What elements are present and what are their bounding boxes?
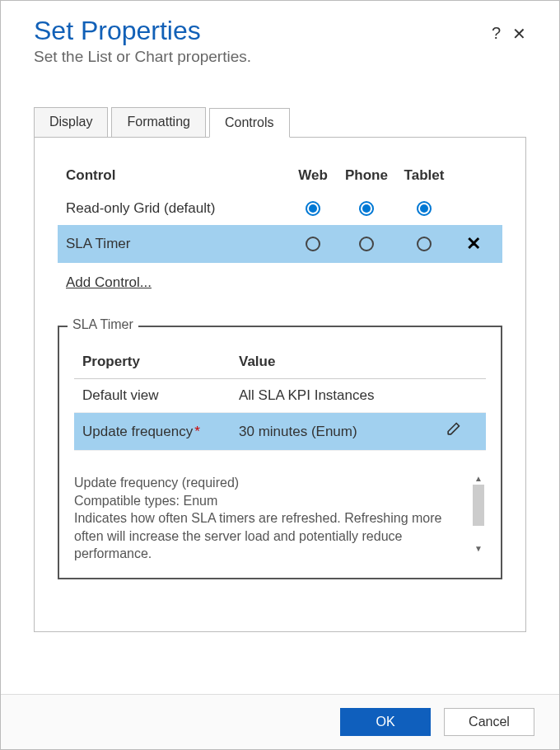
controls-table: Control Web Phone Tablet Read-only Grid … [58,161,502,263]
tab-formatting[interactable]: Formatting [111,107,205,137]
property-name: Default view [82,387,239,404]
control-name: Read-only Grid (default) [66,200,288,217]
control-row-readonly-grid[interactable]: Read-only Grid (default) [58,192,502,225]
help-scrollbar[interactable]: ▲ ▼ [471,474,486,563]
required-star-icon: * [194,424,200,439]
col-phone-header: Phone [338,167,395,184]
col-web-header: Web [288,167,338,184]
dialog-title: Set Properties [34,16,492,46]
scroll-up-icon[interactable]: ▲ [474,474,483,483]
property-value: All SLA KPI Instances [239,387,445,404]
radio-web-readonly[interactable] [306,201,320,216]
tab-controls[interactable]: Controls [209,108,290,138]
cancel-button[interactable]: Cancel [444,708,534,736]
fieldset-legend: SLA Timer [68,317,138,332]
scroll-down-icon[interactable]: ▼ [474,544,483,553]
tabs-row: Display Formatting Controls [34,107,526,138]
set-properties-dialog: Set Properties Set the List or Chart pro… [0,0,560,750]
header-icons: ? ✕ [492,24,526,44]
sla-timer-fieldset: SLA Timer Property Value Default view Al… [58,326,502,579]
property-row-default-view[interactable]: Default view All SLA KPI Instances [74,379,486,413]
property-header-row: Property Value [74,345,486,379]
radio-phone-sla[interactable] [359,237,374,251]
radio-tablet-sla[interactable] [417,237,432,251]
scroll-thumb[interactable] [473,485,484,526]
property-row-update-frequency[interactable]: Update frequency* 30 minutes (Enum) [74,413,486,451]
dialog-subtitle: Set the List or Chart properties. [34,48,492,66]
edit-icon[interactable] [445,421,478,442]
radio-phone-readonly[interactable] [359,201,374,216]
close-icon[interactable]: ✕ [512,24,526,44]
control-name: SLA Timer [66,236,288,252]
radio-web-sla[interactable] [306,237,320,251]
tab-display[interactable]: Display [34,107,108,137]
add-control-link[interactable]: Add Control... [66,274,152,291]
dialog-body: Display Formatting Controls Control Web … [1,74,559,694]
ok-button[interactable]: OK [340,708,431,736]
tab-content-controls: Control Web Phone Tablet Read-only Grid … [34,138,526,632]
col-tablet-header: Tablet [395,167,453,184]
remove-control-icon[interactable]: ✕ [466,233,481,255]
property-value: 30 minutes (Enum) [239,424,445,440]
controls-header-row: Control Web Phone Tablet [58,161,502,192]
control-row-sla-timer[interactable]: SLA Timer ✕ [58,225,502,263]
dialog-header: Set Properties Set the List or Chart pro… [1,1,559,74]
radio-tablet-readonly[interactable] [417,201,432,216]
help-box: Update frequency (required) Compatible t… [74,474,486,563]
title-block: Set Properties Set the List or Chart pro… [34,16,492,66]
col-property: Property [82,354,239,370]
help-icon[interactable]: ? [492,24,501,44]
help-text: Update frequency (required) Compatible t… [74,474,464,563]
dialog-footer: OK Cancel [1,694,559,749]
property-name: Update frequency* [82,424,239,440]
col-value: Value [239,354,445,370]
col-control-header: Control [66,167,288,184]
